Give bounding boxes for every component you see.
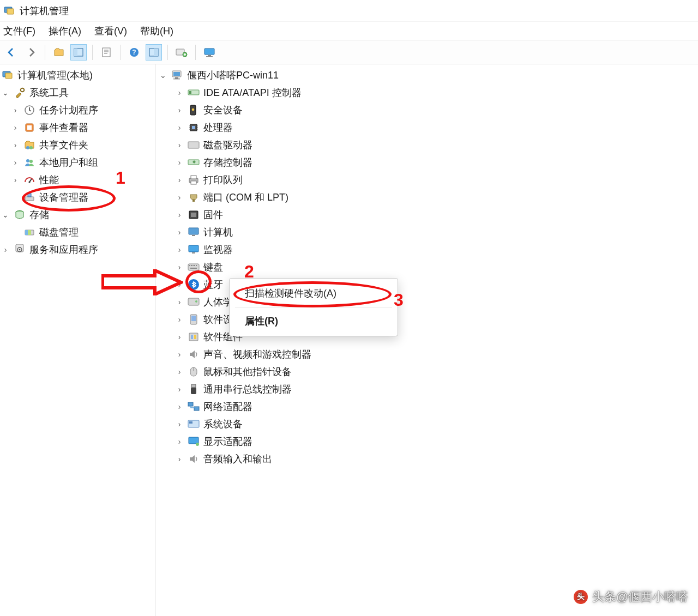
device-storage-controllers[interactable]: › 存储控制器 <box>155 154 698 171</box>
disk-drive-icon <box>187 138 200 152</box>
ctx-scan-hardware[interactable]: 扫描检测硬件改动(A) <box>230 282 398 305</box>
toolbar-help[interactable]: ? <box>126 44 142 61</box>
svg-point-75 <box>195 300 197 303</box>
menu-help[interactable]: 帮助(H) <box>140 25 173 38</box>
firmware-icon <box>187 208 200 221</box>
svg-point-19 <box>21 88 25 92</box>
tools-icon <box>13 86 26 99</box>
toolbar-up[interactable] <box>51 44 67 61</box>
toolbar-refresh[interactable] <box>146 44 162 61</box>
chevron-right-icon: › <box>175 367 184 376</box>
device-mice[interactable]: › 鼠标和其他指针设备 <box>155 363 698 381</box>
chevron-right-icon: › <box>175 193 184 202</box>
toolbar-sep-5 <box>195 45 196 60</box>
chevron-right-icon: › <box>175 245 184 254</box>
device-monitors[interactable]: › 监视器 <box>155 241 698 258</box>
usb-icon <box>187 383 200 396</box>
svg-rect-69 <box>192 265 194 266</box>
device-print-queues[interactable]: › 打印队列 <box>155 171 698 189</box>
svg-point-44 <box>192 108 195 111</box>
clock-icon <box>23 104 36 117</box>
toolbar: ? <box>0 40 698 64</box>
svg-rect-80 <box>194 335 196 339</box>
chevron-right-icon: › <box>175 228 184 237</box>
performance-icon <box>23 173 36 186</box>
toolbar-monitor[interactable] <box>201 44 218 61</box>
hid-icon <box>187 295 200 309</box>
device-root[interactable]: ⌄ 偃西小嗒嗒PC-win11 <box>155 67 698 84</box>
chevron-right-icon: › <box>175 298 184 306</box>
chevron-right-icon: › <box>175 385 184 394</box>
chevron-down-icon: ⌄ <box>159 71 167 80</box>
device-ide[interactable]: › IDE ATA/ATAPI 控制器 <box>155 84 698 101</box>
svg-rect-86 <box>194 407 199 410</box>
svg-rect-18 <box>5 73 12 78</box>
toolbar-forward[interactable] <box>23 44 39 61</box>
svg-rect-67 <box>189 265 190 266</box>
toolbar-back[interactable] <box>3 44 20 61</box>
ctx-divider <box>235 307 392 307</box>
tree-local-users[interactable]: › 本地用户和组 <box>0 154 155 171</box>
device-computer[interactable]: › 计算机 <box>155 224 698 241</box>
ctx-properties[interactable]: 属性(R) <box>230 310 398 333</box>
device-ports[interactable]: › 端口 (COM 和 LPT) <box>155 189 698 206</box>
svg-rect-77 <box>191 316 196 321</box>
svg-rect-74 <box>188 298 199 305</box>
device-disk-drives[interactable]: › 磁盘驱动器 <box>155 136 698 154</box>
device-network[interactable]: › 网络适配器 <box>155 398 698 415</box>
toolbar-scan-hardware[interactable] <box>173 44 190 61</box>
device-security[interactable]: › 安全设备 <box>155 101 698 119</box>
software-devices-icon <box>187 313 200 326</box>
chevron-right-icon: › <box>175 455 184 463</box>
shared-folders-icon <box>23 138 36 152</box>
chevron-right-icon: › <box>11 158 20 167</box>
device-audio-io[interactable]: › 音频输入和输出 <box>155 450 698 468</box>
left-pane: 计算机管理(本地) ⌄ 系统工具 › 任务计划程序 › <box>0 64 155 616</box>
chevron-right-icon: › <box>175 210 184 219</box>
tree-root-local[interactable]: 计算机管理(本地) <box>0 67 155 84</box>
speaker-icon <box>187 348 200 361</box>
svg-rect-1 <box>7 9 14 14</box>
tree-storage[interactable]: ⌄ 存储 <box>0 206 155 224</box>
svg-rect-14 <box>204 49 214 55</box>
chevron-right-icon: › <box>11 106 20 114</box>
svg-rect-71 <box>196 265 197 266</box>
window-title: 计算机管理 <box>20 4 69 17</box>
svg-rect-65 <box>192 252 195 253</box>
tree-event-viewer[interactable]: › 事件查看器 <box>0 119 155 136</box>
svg-rect-64 <box>189 245 198 252</box>
device-system-devices[interactable]: › 系统设备 <box>155 415 698 433</box>
menu-action[interactable]: 操作(A) <box>49 25 81 38</box>
device-sound[interactable]: › 声音、视频和游戏控制器 <box>155 346 698 363</box>
computer-management-icon <box>1 69 14 82</box>
menu-file[interactable]: 文件(F) <box>3 25 35 38</box>
svg-rect-11 <box>154 49 158 56</box>
device-usb[interactable]: › 通用串行总线控制器 <box>155 381 698 398</box>
tree-device-manager[interactable]: › 设备管理器 <box>0 189 155 206</box>
tree-task-scheduler[interactable]: › 任务计划程序 <box>0 101 155 119</box>
device-firmware[interactable]: › 固件 <box>155 206 698 224</box>
tree-performance[interactable]: › 性能 <box>0 171 155 189</box>
menu-view[interactable]: 查看(V) <box>94 25 127 38</box>
tree-shared-folders[interactable]: › 共享文件夹 <box>0 136 155 154</box>
tree-system-tools[interactable]: ⌄ 系统工具 <box>0 84 155 101</box>
svg-rect-46 <box>192 126 195 129</box>
svg-rect-88 <box>189 421 192 424</box>
right-pane: ⌄ 偃西小嗒嗒PC-win11 › IDE ATA/ATAPI 控制器 › 安全… <box>155 64 698 616</box>
tree-disk-management[interactable]: › 磁盘管理 <box>0 224 155 241</box>
device-keyboards[interactable]: › 键盘 <box>155 258 698 276</box>
svg-rect-63 <box>192 235 195 236</box>
device-processors[interactable]: › 处理器 <box>155 119 698 136</box>
svg-rect-53 <box>188 142 199 148</box>
svg-rect-59 <box>192 200 195 202</box>
tree-services-apps[interactable]: › 服务和应用程序 <box>0 241 155 258</box>
ports-icon <box>187 191 200 204</box>
toolbar-properties[interactable] <box>98 44 115 61</box>
chevron-right-icon: › <box>175 88 184 97</box>
device-display-adapters[interactable]: › 显示适配器 <box>155 433 698 450</box>
monitor-icon <box>187 243 200 256</box>
svg-rect-40 <box>173 78 180 80</box>
watermark-text: 头条@偃西小嗒嗒 <box>592 589 688 605</box>
toolbar-showhide-tree[interactable] <box>70 44 87 61</box>
svg-rect-34 <box>16 244 23 252</box>
